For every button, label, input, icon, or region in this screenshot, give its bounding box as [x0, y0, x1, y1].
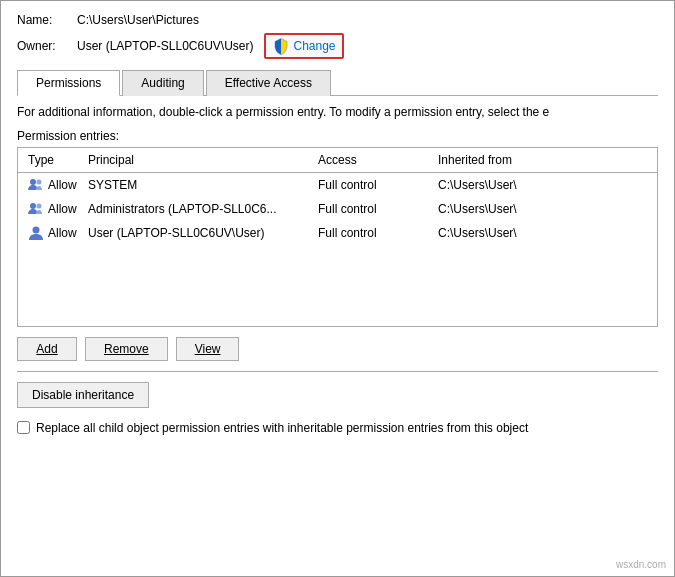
user-group-icon: [28, 177, 44, 193]
change-button-label: Change: [294, 39, 336, 53]
user-group-icon: [28, 201, 44, 217]
tab-permissions[interactable]: Permissions: [17, 70, 120, 96]
owner-row: Owner: User (LAPTOP-SLL0C6UV\User) Chang…: [17, 33, 658, 59]
tab-effective-access[interactable]: Effective Access: [206, 70, 331, 96]
replace-checkbox-row: Replace all child object permission entr…: [17, 420, 658, 437]
cell-inherited-2: C:\Users\User\: [434, 224, 594, 242]
table-row[interactable]: Allow User (LAPTOP-SLL0C6UV\User) Full c…: [18, 221, 657, 245]
change-button[interactable]: Change: [264, 33, 344, 59]
cell-principal-1: Administrators (LAPTOP-SLL0C6...: [84, 200, 314, 218]
svg-point-2: [30, 203, 36, 209]
action-buttons-row: Add Remove View: [17, 337, 658, 361]
disable-inheritance-button[interactable]: Disable inheritance: [17, 382, 149, 408]
user-icon: [28, 225, 44, 241]
table-header: Type Principal Access Inherited from: [18, 148, 657, 173]
divider: [17, 371, 658, 372]
name-value: C:\Users\User\Pictures: [77, 13, 199, 27]
cell-access-2: Full control: [314, 224, 434, 242]
table-row[interactable]: Allow Administrators (LAPTOP-SLL0C6... F…: [18, 197, 657, 221]
watermark: wsxdn.com: [616, 559, 666, 570]
replace-checkbox[interactable]: [17, 421, 30, 434]
table-row[interactable]: Allow SYSTEM Full control C:\Users\User\: [18, 173, 657, 197]
svg-point-4: [33, 226, 40, 233]
svg-point-3: [37, 203, 42, 208]
col-access: Access: [314, 151, 434, 169]
add-button[interactable]: Add: [17, 337, 77, 361]
cell-inherited-1: C:\Users\User\: [434, 200, 594, 218]
cell-access-1: Full control: [314, 200, 434, 218]
cell-type-1: Allow: [24, 199, 84, 219]
name-label: Name:: [17, 13, 77, 27]
replace-checkbox-label: Replace all child object permission entr…: [36, 420, 528, 437]
svg-point-0: [30, 179, 36, 185]
tabs-container: Permissions Auditing Effective Access: [17, 69, 658, 96]
description-text: For additional information, double-click…: [17, 104, 658, 121]
svg-point-1: [37, 179, 42, 184]
security-properties-window: Name: C:\Users\User\Pictures Owner: User…: [0, 0, 675, 577]
cell-type-2: Allow: [24, 223, 84, 243]
cell-inherited-0: C:\Users\User\: [434, 176, 594, 194]
col-type: Type: [24, 151, 84, 169]
owner-value: User (LAPTOP-SLL0C6UV\User): [77, 39, 254, 53]
permission-table: Type Principal Access Inherited from All…: [17, 147, 658, 327]
shield-icon: [272, 37, 290, 55]
owner-label: Owner:: [17, 39, 77, 53]
tab-auditing[interactable]: Auditing: [122, 70, 203, 96]
remove-button[interactable]: Remove: [85, 337, 168, 361]
cell-access-0: Full control: [314, 176, 434, 194]
cell-type-0: Allow: [24, 175, 84, 195]
cell-principal-2: User (LAPTOP-SLL0C6UV\User): [84, 224, 314, 242]
col-inherited: Inherited from: [434, 151, 594, 169]
col-principal: Principal: [84, 151, 314, 169]
permission-entries-label: Permission entries:: [17, 129, 658, 143]
view-button[interactable]: View: [176, 337, 240, 361]
name-row: Name: C:\Users\User\Pictures: [17, 13, 658, 27]
cell-principal-0: SYSTEM: [84, 176, 314, 194]
